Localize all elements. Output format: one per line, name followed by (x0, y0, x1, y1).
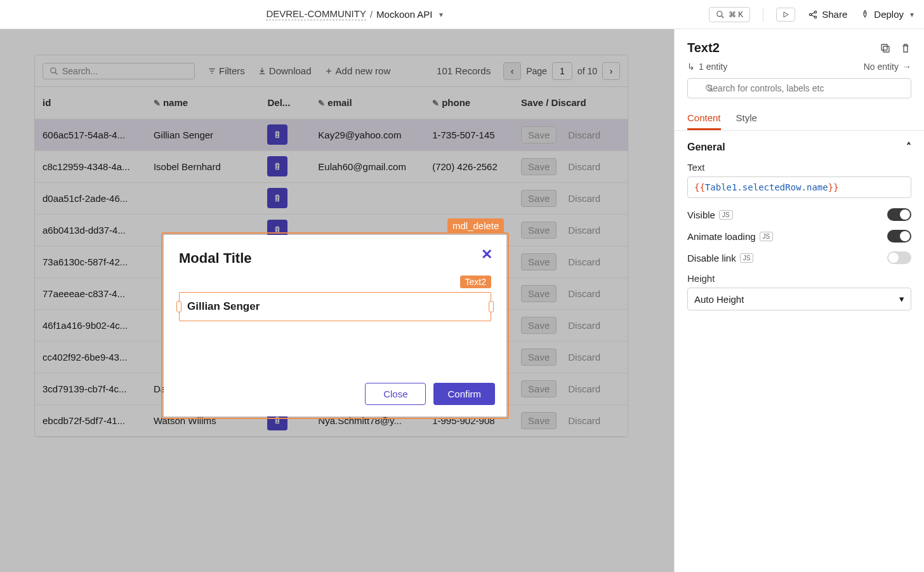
svg-line-1 (722, 15, 724, 18)
chevron-down-icon: ▾ (899, 293, 904, 305)
modal-footer: Close Confirm (365, 383, 495, 405)
js-badge[interactable]: JS (740, 253, 754, 263)
search-icon (716, 10, 725, 19)
text2-text: Gillian Senger (187, 300, 260, 312)
modal-confirm-action[interactable]: Confirm (433, 383, 495, 405)
share-label: Share (822, 9, 847, 20)
height-select[interactable]: Auto Height ▾ (687, 288, 911, 310)
js-badge[interactable]: JS (719, 210, 733, 220)
breadcrumb-workspace[interactable]: DEVREL-COMMUNITY (266, 8, 366, 20)
tab-content[interactable]: Content (687, 107, 721, 130)
visible-text: Visible (687, 210, 715, 220)
section-general[interactable]: General ˄ (687, 141, 911, 153)
text2-widget-tag[interactable]: Text2 (460, 276, 491, 288)
text-expression-input[interactable]: {{Table1.selectedRow.name}} (687, 176, 911, 198)
panel-search-input[interactable] (687, 78, 911, 98)
trash-icon[interactable] (900, 43, 911, 54)
breadcrumb-separator: / (370, 9, 373, 20)
disable-link-text: Disable link (687, 253, 736, 263)
chevron-down-icon[interactable]: ▾ (439, 10, 443, 19)
resize-handle-right[interactable] (489, 301, 494, 312)
disable-link-label: Disable link JS (687, 253, 753, 263)
text2-widget[interactable]: Text2 Gillian Senger (179, 292, 491, 321)
divider (763, 8, 763, 22)
resize-handle-left[interactable] (176, 301, 182, 312)
deploy-button[interactable]: Deploy ▾ (860, 9, 914, 20)
svg-rect-16 (883, 46, 889, 52)
global-search-button[interactable]: ⌘ K (709, 7, 750, 22)
modal-widget-tag[interactable]: mdl_delete (447, 218, 504, 233)
breadcrumb: DEVREL-COMMUNITY / Mockoon API ▾ (10, 8, 699, 20)
modal-close-action[interactable]: Close (365, 383, 426, 405)
expr-body: Table1.selectedRow.name (705, 182, 828, 192)
rocket-icon (860, 10, 870, 20)
entity-connector-left[interactable]: ↳ 1 entity (687, 62, 727, 72)
copy-icon[interactable] (880, 43, 891, 54)
arrow-right-icon: → (902, 62, 911, 72)
section-general-label: General (687, 142, 725, 153)
chevron-down-icon[interactable]: ▾ (910, 10, 914, 19)
visible-toggle[interactable] (887, 208, 911, 221)
svg-point-18 (706, 85, 711, 90)
play-icon (782, 11, 789, 18)
entity-connector-right[interactable]: No entity → (864, 62, 911, 72)
js-badge[interactable]: JS (760, 232, 774, 241)
disable-link-toggle[interactable] (887, 251, 911, 264)
tab-style[interactable]: Style (736, 107, 757, 130)
chevron-up-icon: ˄ (906, 141, 911, 153)
property-panel: Text2 ↳ 1 entity No entity → Content (674, 29, 924, 572)
entity-count: 1 entity (699, 62, 727, 72)
expr-open: {{ (694, 182, 705, 192)
svg-point-8 (864, 12, 866, 13)
breadcrumb-app[interactable]: Mockoon API (376, 9, 432, 20)
app-header: DEVREL-COMMUNITY / Mockoon API ▾ ⌘ K Sha… (0, 0, 924, 29)
svg-line-19 (711, 90, 713, 92)
modal-close-button[interactable]: ✕ (481, 246, 492, 263)
text2-value[interactable]: Gillian Senger (179, 292, 491, 321)
share-icon (808, 10, 818, 20)
share-button[interactable]: Share (808, 9, 847, 20)
svg-point-0 (717, 11, 722, 16)
search-shortcut: ⌘ K (729, 10, 743, 19)
deploy-label: Deploy (874, 9, 904, 20)
animate-text: Animate loading (687, 231, 756, 242)
svg-rect-17 (881, 44, 887, 50)
svg-line-7 (812, 15, 815, 17)
text-field-label: Text (687, 162, 911, 173)
animate-label: Animate loading JS (687, 231, 773, 242)
svg-marker-2 (784, 12, 788, 17)
delete-modal: ✕ Modal Title Text2 Gillian Senger Close… (164, 235, 506, 416)
svg-line-6 (812, 12, 815, 14)
expr-close: }} (828, 182, 839, 192)
height-label: Height (687, 273, 911, 284)
arrow-right-icon: ↳ (687, 62, 695, 72)
height-value: Auto Height (694, 294, 744, 305)
no-entity-label: No entity (864, 62, 899, 72)
preview-button[interactable] (776, 8, 795, 22)
panel-title[interactable]: Text2 (687, 41, 720, 55)
animate-toggle[interactable] (887, 230, 911, 243)
visible-label: Visible JS (687, 210, 733, 220)
search-icon (705, 84, 714, 93)
canvas[interactable]: Search... Filters Download Add new row 1… (0, 29, 674, 572)
header-actions: ⌘ K Share Deploy ▾ (709, 7, 914, 22)
modal-title: Modal Title (179, 250, 491, 267)
